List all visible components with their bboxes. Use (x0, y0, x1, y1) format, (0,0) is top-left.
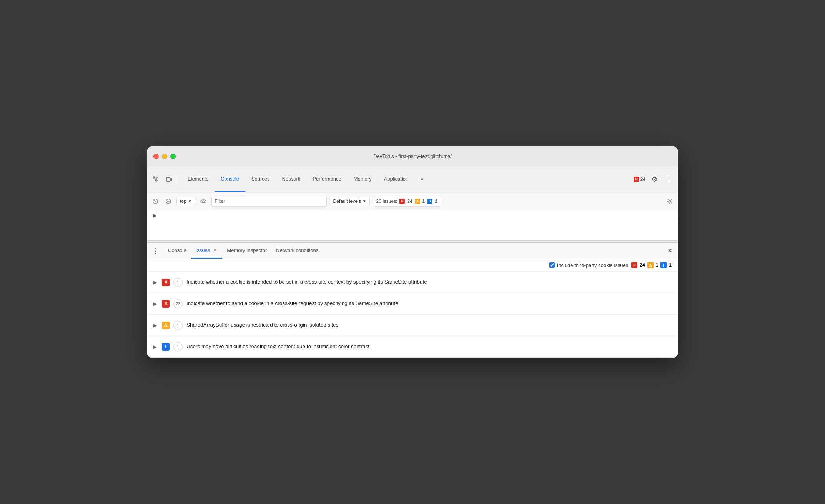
issue-count-circle: 1 (173, 278, 183, 287)
minimize-button[interactable] (162, 154, 167, 159)
expand-area: ▶ (147, 210, 678, 221)
header-error-count: 24 (640, 262, 645, 268)
issue-count-circle: 1 (173, 342, 183, 351)
header-warning-icon: ⚠ (647, 262, 654, 268)
console-issues-count[interactable]: 26 Issues: ✕ 24 ⚠ 1 ℹ 1 (373, 196, 441, 207)
issues-list: ▶ ✕ 1 Indicate whether a cookie is inten… (147, 272, 678, 358)
filter-input[interactable] (211, 196, 327, 207)
info-count: 1 (435, 199, 437, 204)
tab-memory[interactable]: Memory (348, 166, 378, 192)
include-third-party-text: Include third-party cookie issues (557, 262, 629, 268)
tab-network[interactable]: Network (276, 166, 307, 192)
error-badge-icon: ✕ (634, 177, 639, 182)
issue-expand-arrow: ▶ (153, 344, 158, 350)
main-nav-tabs: Elements Console Sources Network Perform… (181, 166, 632, 192)
levels-arrow-icon: ▼ (363, 199, 366, 203)
bottom-tab-console[interactable]: Console (163, 243, 191, 259)
issues-header: Include third-party cookie issues ✕ 24 ⚠… (147, 259, 678, 272)
issue-type-icon: ✕ (162, 300, 170, 308)
toolbar-right: ✕ 24 ⚙ ⋮ (634, 174, 675, 185)
context-value: top (180, 199, 186, 204)
issue-type-icon: ℹ (162, 343, 170, 351)
close-bottom-panel-button[interactable]: ✕ (665, 246, 675, 256)
issue-row[interactable]: ▶ ✕ 1 Indicate whether a cookie is inten… (147, 272, 678, 293)
console-tab-label: Console (168, 247, 186, 253)
svg-rect-2 (170, 179, 172, 181)
issues-panel: Include third-party cookie issues ✕ 24 ⚠… (147, 259, 678, 358)
issues-badges: ✕ 24 ⚠ 1 ℹ 1 (631, 262, 672, 268)
svg-point-9 (669, 200, 671, 202)
tab-application[interactable]: Application (378, 166, 415, 192)
issue-count-circle: 1 (173, 321, 183, 330)
issue-text: Indicate whether to send a cookie in a c… (186, 300, 398, 307)
tab-performance[interactable]: Performance (306, 166, 347, 192)
issues-label: 26 Issues: (376, 199, 398, 204)
context-arrow-icon: ▼ (188, 199, 192, 203)
svg-line-4 (154, 200, 156, 202)
header-info-count: 1 (669, 262, 672, 268)
context-selector[interactable]: top ▼ (176, 197, 195, 206)
levels-selector[interactable]: Default levels ▼ (330, 197, 370, 206)
device-toolbar-button[interactable] (163, 174, 175, 185)
issue-row[interactable]: ▶ ✕ 23 Indicate whether to send a cookie… (147, 293, 678, 315)
console-settings-button[interactable] (665, 196, 675, 206)
more-options-button[interactable]: ⋮ (663, 174, 675, 185)
header-warning-count: 1 (656, 262, 659, 268)
svg-point-8 (203, 201, 204, 202)
warning-badge: ⚠ (415, 199, 420, 204)
header-info-icon: ℹ (660, 262, 667, 268)
inspect-element-button[interactable] (150, 174, 162, 185)
issue-text: Indicate whether a cookie is intended to… (186, 279, 427, 286)
svg-rect-1 (166, 177, 170, 181)
window-title: DevTools - first-party-test.glitch.me/ (373, 153, 452, 159)
settings-button[interactable]: ⚙ (649, 174, 660, 185)
expand-arrow[interactable]: ▶ (152, 212, 158, 219)
warning-count: 1 (422, 199, 425, 204)
toolbar-divider (178, 174, 178, 185)
issue-row[interactable]: ▶ ℹ 1 Users may have difficulties readin… (147, 336, 678, 358)
tab-console[interactable]: Console (215, 166, 245, 192)
console-output-area (147, 221, 678, 240)
issue-text: Users may have difficulties reading text… (186, 343, 369, 350)
issue-row[interactable]: ▶ ⚠ 1 SharedArrayBuffer usage is restric… (147, 315, 678, 336)
main-toolbar: Elements Console Sources Network Perform… (147, 166, 678, 192)
info-badge: ℹ (427, 199, 432, 204)
bottom-tab-issues[interactable]: Issues ✕ (191, 243, 223, 259)
devtools-window: DevTools - first-party-test.glitch.me/ E… (147, 146, 678, 358)
issue-expand-arrow: ▶ (153, 323, 158, 328)
issues-badge[interactable]: ✕ 24 (634, 177, 645, 182)
bottom-panel: ⋮ Console Issues ✕ Memory Inspector Netw… (147, 243, 678, 358)
issue-count-circle: 23 (173, 299, 183, 308)
error-badge: ✕ (399, 199, 405, 204)
issue-type-icon: ✕ (162, 279, 170, 286)
issues-tab-label: Issues (196, 247, 210, 253)
bottom-tabs: ⋮ Console Issues ✕ Memory Inspector Netw… (147, 243, 678, 259)
network-conditions-tab-label: Network conditions (276, 247, 318, 253)
issue-type-icon: ⚠ (162, 322, 170, 329)
eye-button[interactable] (198, 196, 208, 206)
tab-elements[interactable]: Elements (181, 166, 215, 192)
titlebar: DevTools - first-party-test.glitch.me/ (147, 146, 678, 166)
issue-expand-arrow: ▶ (153, 280, 158, 285)
traffic-lights (153, 154, 176, 159)
svg-point-7 (201, 200, 206, 203)
block-requests-button[interactable] (163, 196, 173, 206)
issue-text: SharedArrayBuffer usage is restricted to… (186, 322, 338, 329)
header-error-icon: ✕ (631, 262, 637, 268)
bottom-tab-memory-inspector[interactable]: Memory Inspector (222, 243, 271, 259)
issue-expand-arrow: ▶ (153, 301, 158, 307)
levels-value: Default levels (333, 199, 361, 204)
tab-sources[interactable]: Sources (245, 166, 276, 192)
issues-tab-close[interactable]: ✕ (212, 248, 218, 253)
bottom-tab-network-conditions[interactable]: Network conditions (271, 243, 323, 259)
include-third-party-checkbox[interactable] (549, 262, 555, 268)
include-third-party-label[interactable]: Include third-party cookie issues (549, 262, 629, 268)
clear-console-button[interactable] (150, 196, 160, 206)
memory-inspector-tab-label: Memory Inspector (227, 247, 267, 253)
tab-more[interactable]: » (414, 166, 429, 192)
maximize-button[interactable] (170, 154, 176, 159)
tab-menu-button[interactable]: ⋮ (150, 246, 160, 256)
console-toolbar: top ▼ Default levels ▼ 26 Issues: ✕ 24 ⚠… (147, 192, 678, 210)
issues-count: 24 (640, 177, 645, 182)
close-button[interactable] (153, 154, 159, 159)
